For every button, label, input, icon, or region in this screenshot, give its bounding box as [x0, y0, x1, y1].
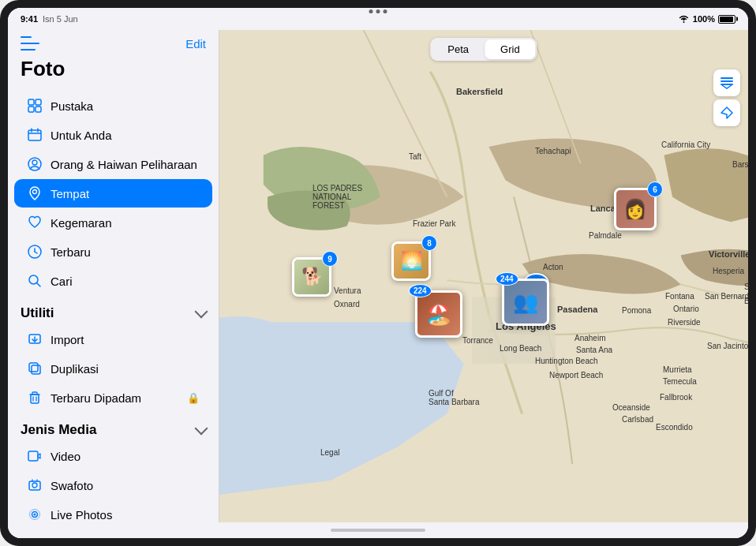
- battery-pct: 100%: [693, 14, 715, 24]
- status-right: 100%: [678, 13, 735, 25]
- video-icon: [27, 448, 43, 464]
- map-pin-244[interactable]: 👥 244: [502, 279, 549, 326]
- svg-rect-3: [36, 107, 41, 112]
- svg-point-26: [32, 483, 37, 488]
- search-icon: [27, 273, 43, 289]
- sidebar-item-orang-haiwan[interactable]: Orang & Haiwan Peliharaan: [14, 150, 212, 178]
- heart-icon: [27, 215, 43, 230]
- sidebar-title: Foto: [8, 54, 219, 91]
- sidebar-item-label: Live Photos: [51, 508, 200, 522]
- svg-rect-0: [28, 99, 34, 105]
- lock-icon: 🔒: [187, 392, 200, 404]
- trash-icon: [27, 390, 43, 406]
- sidebar-item-label: Kegemaran: [51, 216, 200, 230]
- map-pin-8[interactable]: 🌅 8: [391, 241, 431, 281]
- svg-rect-2: [28, 107, 34, 112]
- status-left: 9:41 Isn 5 Jun: [21, 14, 78, 24]
- jenis-media-label: Jenis Media: [21, 422, 96, 438]
- sidebar-item-label: Orang & Haiwan Peliharaan: [51, 158, 200, 171]
- three-dots: [369, 9, 387, 13]
- map-layers-button[interactable]: [713, 69, 740, 96]
- sidebar-scroll: Pustaka Untuk Anda: [8, 91, 219, 522]
- sidebar-item-label: Import: [51, 333, 200, 346]
- ipad-frame: 9:41 Isn 5 Jun 100%: [0, 0, 756, 546]
- svg-point-10: [33, 190, 37, 194]
- jenis-media-section-header: Jenis Media: [8, 413, 219, 441]
- sidebar-item-label: Pustaka: [51, 99, 200, 113]
- import-icon: [27, 331, 43, 347]
- map-pin-9[interactable]: 🐕 9: [292, 257, 331, 297]
- sidebar-item-label: Terbaru Dipadam: [51, 391, 141, 405]
- svg-rect-34: [720, 80, 733, 82]
- sidebar-item-label: Untuk Anda: [51, 129, 200, 142]
- sidebar-item-live-photos[interactable]: Live Photos: [14, 500, 212, 522]
- wifi-icon: [678, 13, 690, 25]
- svg-rect-20: [31, 395, 39, 403]
- peta-button[interactable]: Peta: [432, 39, 485, 59]
- clock-icon: [27, 244, 43, 260]
- edit-button[interactable]: Edit: [185, 37, 206, 50]
- sidebar-item-import[interactable]: Import: [14, 325, 212, 353]
- map-background: Bakersfield Tehachapi California City Ta…: [219, 30, 748, 522]
- svg-line-15: [37, 283, 41, 287]
- svg-rect-23: [28, 451, 38, 461]
- photos-grid-icon: [27, 98, 43, 114]
- utiliti-label: Utiliti: [21, 305, 54, 321]
- battery-icon: [718, 15, 735, 24]
- map-pin-224[interactable]: 🏖️ 224: [415, 290, 462, 338]
- sidebar-item-pustaka[interactable]: Pustaka: [14, 92, 212, 120]
- date: Isn 5 Jun: [43, 14, 78, 24]
- map-controls: [713, 69, 740, 126]
- sidebar-item-terbaru-dipadam[interactable]: Terbaru Dipadam 🔒: [14, 383, 212, 412]
- sidebar-item-cari[interactable]: Cari: [14, 267, 212, 295]
- main-content: Edit Foto Pus: [8, 30, 748, 522]
- dot3: [384, 9, 387, 13]
- sidebar-item-label: Swafoto: [51, 479, 200, 492]
- svg-rect-4: [28, 130, 41, 140]
- svg-rect-1: [36, 99, 41, 105]
- map-container[interactable]: Peta Grid: [219, 30, 748, 522]
- home-indicator: [8, 522, 748, 538]
- location-button[interactable]: [713, 99, 740, 126]
- sidebar-item-label: Duplikasi: [51, 362, 200, 376]
- svg-point-9: [32, 160, 37, 165]
- duplicate-icon: [27, 361, 43, 376]
- sidebar-item-label: Terbaru: [51, 245, 200, 259]
- sidebar-item-label: Video: [51, 450, 200, 463]
- svg-rect-18: [32, 365, 40, 374]
- map-pin-6[interactable]: 👩 6: [614, 188, 657, 230]
- sidebar-item-duplikasi[interactable]: Duplikasi: [14, 354, 212, 383]
- ipad-screen: 9:41 Isn 5 Jun 100%: [8, 8, 748, 538]
- svg-point-30: [34, 514, 36, 516]
- sidebar-item-tempat[interactable]: Tempat: [14, 179, 212, 208]
- sidebar-item-label: Tempat: [51, 187, 200, 200]
- time: 9:41: [21, 14, 38, 24]
- person-circle-icon: [27, 156, 43, 172]
- svg-rect-36: [720, 77, 733, 79]
- sidebar-item-terbaru[interactable]: Terbaru: [14, 237, 212, 266]
- dot2: [376, 9, 380, 13]
- calendar-icon: [27, 127, 43, 143]
- sidebar: Edit Foto Pus: [8, 30, 219, 522]
- grid-button[interactable]: Grid: [485, 39, 536, 59]
- segmented-control: Peta Grid: [430, 38, 537, 61]
- home-indicator-bar: [331, 529, 425, 532]
- svg-line-13: [35, 252, 37, 253]
- sidebar-item-swafoto[interactable]: Swafoto: [14, 471, 212, 499]
- sidebar-item-video[interactable]: Video: [14, 442, 212, 470]
- sidebar-item-label: Cari: [51, 275, 200, 288]
- dot1: [369, 9, 373, 13]
- chevron-down-icon: [195, 422, 208, 436]
- sidebar-item-untuk-anda[interactable]: Untuk Anda: [14, 121, 212, 149]
- live-photo-icon: [27, 507, 43, 522]
- sidebar-toggle-button[interactable]: [21, 36, 39, 50]
- utiliti-section-header: Utiliti: [8, 296, 219, 324]
- sidebar-header: Edit: [8, 30, 219, 54]
- selfie-icon: [27, 477, 43, 493]
- location-icon: [27, 185, 43, 201]
- svg-rect-19: [29, 363, 38, 372]
- sidebar-item-kegemaran[interactable]: Kegemaran: [14, 208, 212, 237]
- chevron-down-icon: [195, 305, 208, 319]
